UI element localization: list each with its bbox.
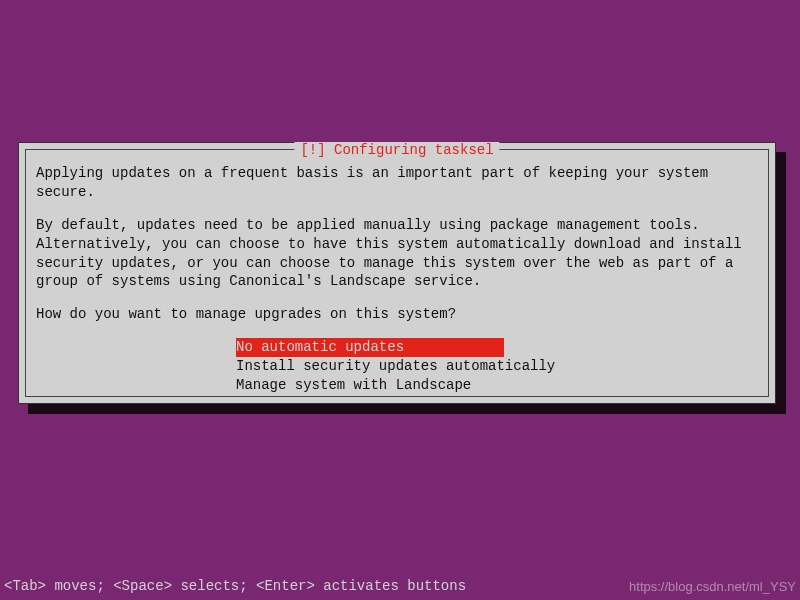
option-label: No automatic updates	[236, 338, 504, 357]
intro-paragraph-1: Applying updates on a frequent basis is …	[36, 164, 758, 202]
option-label: Install security updates automatically	[236, 357, 555, 376]
option-label: Manage system with Landscape	[236, 376, 471, 395]
dialog-border: [!] Configuring tasksel Applying updates…	[25, 149, 769, 397]
intro-paragraph-2: By default, updates need to be applied m…	[36, 216, 758, 292]
keyboard-hint: <Tab> moves; <Space> selects; <Enter> ac…	[4, 578, 466, 594]
option-security-updates[interactable]: Install security updates automatically	[236, 357, 758, 376]
option-no-auto-updates[interactable]: No automatic updates	[236, 338, 758, 357]
watermark: https://blog.csdn.net/ml_YSY	[629, 579, 796, 594]
options-list: No automatic updates Install security up…	[236, 338, 758, 395]
dialog-title: [!] Configuring tasksel	[294, 142, 499, 158]
option-landscape[interactable]: Manage system with Landscape	[236, 376, 758, 395]
footer-bar: <Tab> moves; <Space> selects; <Enter> ac…	[4, 578, 796, 594]
question-text: How do you want to manage upgrades on th…	[36, 305, 758, 324]
config-dialog: [!] Configuring tasksel Applying updates…	[18, 142, 776, 404]
dialog-content: Applying updates on a frequent basis is …	[26, 150, 768, 405]
